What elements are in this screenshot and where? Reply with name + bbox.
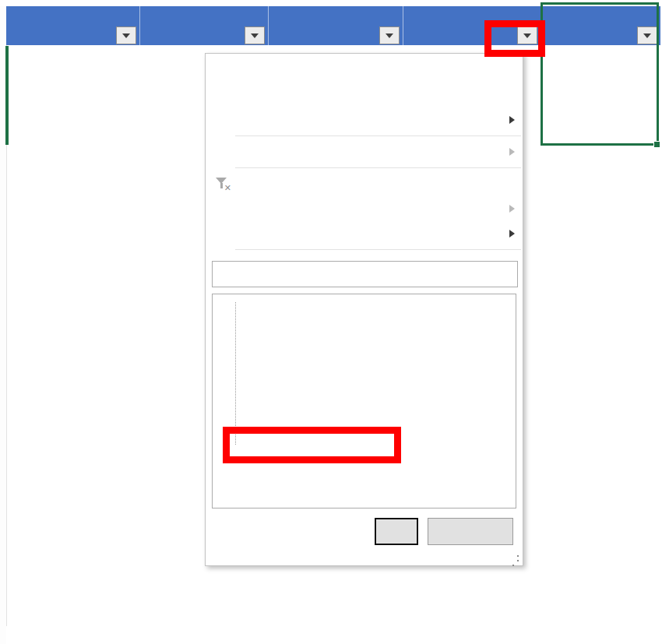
dialog-buttons (215, 518, 513, 545)
excel-sheet: ✕ (0, 0, 662, 644)
submenu-arrow-icon (509, 148, 515, 156)
submenu-arrow-icon (509, 116, 515, 124)
menu-item-sort-descending[interactable] (206, 83, 523, 107)
menu-item-number-filters[interactable] (206, 221, 523, 246)
cancel-button[interactable] (428, 518, 513, 545)
filter-value-list (212, 294, 516, 509)
filter-button-date[interactable] (116, 26, 136, 44)
chevron-down-icon (122, 33, 130, 38)
chevron-down-icon (251, 33, 259, 38)
menu-item-sort-ascending[interactable] (206, 58, 523, 83)
menu-separator (235, 249, 521, 250)
chevron-down-icon (523, 33, 531, 38)
header-cell-total[interactable] (541, 6, 660, 45)
filter-button-total[interactable] (637, 26, 657, 44)
chevron-down-icon (386, 33, 393, 38)
filter-button-item[interactable] (245, 26, 265, 44)
header-cell-date[interactable] (6, 6, 140, 45)
menu-separator (235, 167, 521, 168)
menu-item-sort-by-color[interactable] (206, 107, 523, 132)
selection-fill-handle[interactable] (653, 141, 660, 148)
clear-filter-icon: ✕ (214, 176, 231, 192)
chevron-down-icon (643, 33, 651, 38)
filter-button-price[interactable] (379, 26, 400, 44)
ok-button[interactable] (375, 518, 418, 545)
sheet-bottom-strip (6, 626, 662, 644)
header-cell-price[interactable] (269, 6, 403, 45)
sort-descending-icon (213, 86, 232, 104)
table-header-row (6, 6, 660, 45)
submenu-arrow-icon (509, 205, 515, 213)
search-input[interactable] (212, 261, 518, 287)
menu-item-sheet-view (206, 139, 523, 164)
header-cell-item[interactable] (140, 6, 269, 45)
selection-left-edge (5, 46, 9, 145)
sort-ascending-icon (213, 61, 232, 79)
sheet-top-strip (0, 0, 662, 6)
filter-menu: ✕ (205, 53, 523, 566)
menu-separator (235, 135, 521, 136)
resize-grip[interactable] (517, 560, 519, 561)
filter-button-qty[interactable] (517, 26, 537, 44)
menu-item-color-filter (206, 196, 523, 221)
tree-line (235, 302, 236, 445)
header-cell-qty[interactable] (403, 6, 541, 45)
menu-item-clear-filter: ✕ (206, 171, 523, 196)
submenu-arrow-icon (509, 230, 515, 238)
